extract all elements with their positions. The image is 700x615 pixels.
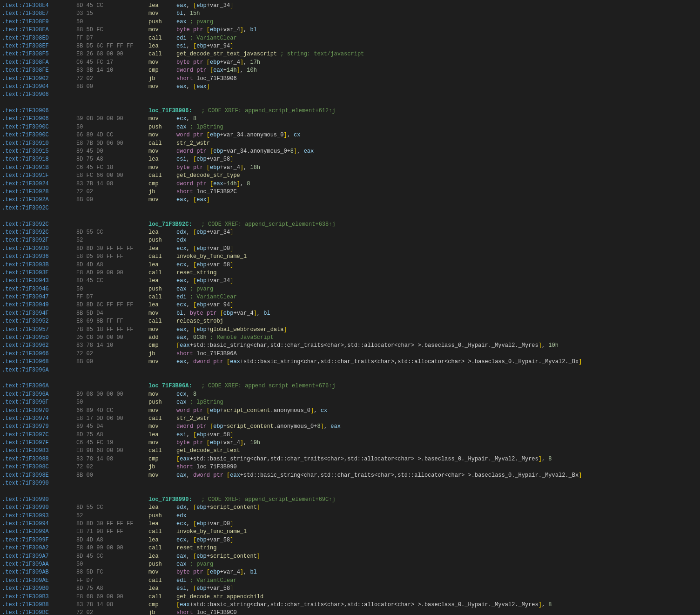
disasm-line[interactable]: .text:71F3098883 78 14 08cmp[eax+std::ba… [0,455,700,463]
disasm-line[interactable]: .text:71F3095DD5 C8 00 00 00addeax, 0C8h… [0,334,700,342]
disasm-line[interactable]: .text:71F308FE83 3B 14 10cmpdword ptr [e… [0,67,700,74]
disasm-line[interactable]: .text:71F309AEFF D7calledi ; VariantClea… [0,577,700,585]
disasm-line[interactable]: .text:71F308E950pusheax ; pvarg [0,18,700,26]
mnemonic: mov [148,439,176,447]
mnemonic: cmp [148,342,176,350]
disasm-line[interactable]: .text:71F3094650pusheax ; pvarg [0,285,700,293]
disasm-line[interactable]: .text:71F30947FF D7calledi ; VariantClea… [0,293,700,301]
disasm-line[interactable]: .text:71F30974E8 17 0D 06 00callstr_2_ws… [0,415,700,423]
disasm-line[interactable]: .text:71F308EDFF D7calledi ; VariantClea… [0,34,700,42]
mnemonic: mov [148,568,176,576]
disasm-line[interactable]: .text:71F3098E8B 00moveax, dword ptr [ea… [0,472,700,480]
disasm-line[interactable]: .text:71F309A78D 45 CCleaeax, [ebp+scrip… [0,553,700,561]
disasm-line[interactable]: .text:71F3099F8D 4D A8leaecx, [ebp+var_5… [0,536,700,544]
disasm-line[interactable]: .text:71F3097C8D 75 A8leaesi, [ebp+var_5… [0,431,700,439]
disasm-line[interactable]: .text:71F30906 [0,91,700,99]
disasm-line[interactable]: .text:71F3098C72 02jbshort loc_71F3B990 [0,463,700,471]
bytes: 8D 55 CC [76,504,148,512]
xref-comment: ; CODE XREF: append_script_element+69C↑j [202,496,336,504]
operands: eax, [ebp+script_content] [176,553,698,561]
disasm-line[interactable]: .text:71F3099AE8 71 98 FF FFcallinvoke_b… [0,528,700,536]
disasm-line[interactable]: .text:71F30983E8 98 68 00 00callget_deco… [0,447,700,455]
mnemonic: lea [148,229,176,237]
address: .text:71F309B0 [2,585,76,593]
disasm-line[interactable]: .text:71F309B08D 75 A8leaesi, [ebp+var_5… [0,585,700,593]
bytes: 8D 8D 6C FF FF FF [76,301,148,309]
address: .text:71F30924 [2,180,76,188]
bytes: 52 [76,237,148,244]
disasm-line[interactable]: .text:71F3096A [0,366,700,374]
disasm-line[interactable]: .text:71F308E48D 45 CCleaeax, [ebp+var_3… [0,2,700,10]
mnemonic: call [148,415,176,423]
mnemonic: call [148,544,176,552]
bytes: 8B 00 [76,358,148,366]
address: .text:71F308F5 [2,50,76,58]
label-name: loc_71F3B990: [148,496,192,504]
disasm-line[interactable]: .text:71F309AB88 5D FCmovbyte ptr [ebp+v… [0,568,700,576]
disasm-line[interactable]: .text:71F309BC72 02jbshort loc_71F3B9C0 [0,609,700,615]
bytes: E8 69 8B FF FF [76,318,148,325]
disasm-line[interactable]: .text:71F3092C [0,204,700,212]
disasm-line[interactable]: .text:71F3091BC6 45 FC 18movbyte ptr [eb… [0,164,700,172]
disasm-line[interactable]: .text:71F3092F52pushedx [0,237,700,244]
disasm-line[interactable]: .text:71F309577B 85 18 FF FF FFmoveax, [… [0,326,700,334]
disasm-line[interactable]: .text:71F3092C8D 55 CCleaedx, [ebp+var_3… [0,229,700,237]
operands: eax ; lpString [176,123,698,131]
disasm-line[interactable]: .text:71F309B883 78 14 08cmp[eax+std::ba… [0,601,700,609]
disasm-line[interactable]: .text:71F3092872 02jbshort loc_71F3B92C [0,188,700,196]
disasm-line[interactable]: .text:71F30936E8 D5 98 FF FFcallinvoke_b… [0,253,700,261]
operands: eax, [ebp+global_webbrowser_data] [176,326,698,334]
disasm-line[interactable]: .text:71F309908D 55 CCleaedx, [ebp+scrip… [0,504,700,512]
disasm-line[interactable]: .text:71F3091589 45 D0movdword ptr [ebp+… [0,148,700,155]
disasm-line[interactable]: .text:71F30910E8 7B 0D 06 00callstr_2_ws… [0,140,700,148]
disasm-line[interactable]: .text:71F308EF8B D5 6C FF FF FFleaesi, [… [0,42,700,50]
disasm-line[interactable]: .text:71F3099352pushedx [0,512,700,520]
disasm-line[interactable]: .text:71F3092A8B 00moveax, [eax] [0,196,700,204]
disasm-line[interactable]: .text:71F3094F8B 5D D4movbl, byte ptr [e… [0,310,700,318]
disasm-line[interactable]: .text:71F3096AB9 08 00 00 00movecx, 8 [0,391,700,399]
operands: release_strobj [176,318,698,325]
address: .text:71F30966 [2,350,76,358]
disasm-line[interactable]: .text:71F3097066 89 4D CCmovword ptr [eb… [0,407,700,415]
disasm-line[interactable]: .text:71F30990 [0,480,700,487]
disasm-line[interactable]: .text:71F3093EE8 AD 99 00 00callreset_st… [0,269,700,277]
disasm-line[interactable]: .text:71F30952E8 69 8B FF FFcallrelease_… [0,318,700,325]
address: .text:71F30910 [2,140,76,148]
disasm-line[interactable]: .text:71F308E7D3 15movbl, 15h [0,10,700,18]
operands: short loc_71F3B9C0 [176,609,698,615]
disasm-line[interactable]: .text:71F3091FE8 FC 66 00 00callget_deco… [0,172,700,180]
mnemonic: mov [148,115,176,123]
disasm-line[interactable]: .text:71F30906B9 08 00 00 00movecx, 8 [0,115,700,123]
disasm-line[interactable]: .text:71F308F5E8 26 68 00 00callget_deco… [0,50,700,58]
disasm-line[interactable]: .text:71F309308D 8D 30 FF FF FFleaecx, [… [0,245,700,253]
address: .text:71F308FA [2,59,76,67]
disasm-line[interactable]: .text:71F309688B 00moveax, dword ptr [ea… [0,358,700,366]
disasm-line[interactable]: .text:71F3096283 78 14 10cmp[eax+std::ba… [0,342,700,350]
bytes: B9 08 00 00 00 [76,115,148,123]
disasm-line[interactable]: .text:71F309948D 8D 30 FF FF FFleaecx, [… [0,520,700,528]
disasm-line[interactable]: .text:71F3096F50pusheax ; lpString [0,399,700,406]
disasm-line[interactable]: .text:71F309438D 45 CCleaeax, [ebp+var_3… [0,277,700,285]
disasm-line[interactable]: .text:71F3096672 02jbshort loc_71F3B96A [0,350,700,358]
operands: dword ptr [eax+14h], 10h [176,67,698,74]
disasm-line[interactable]: .text:71F308FAC6 45 FC 17movbyte ptr [eb… [0,59,700,67]
address: .text:71F30918 [2,155,76,163]
disasm-line[interactable]: .text:71F3097989 45 D4movdword ptr [ebp+… [0,423,700,431]
disasm-line[interactable]: .text:71F3090C66 89 4D CCmovword ptr [eb… [0,131,700,139]
disasm-line[interactable]: .text:71F309188D 75 A8leaesi, [ebp+var_5… [0,155,700,163]
disasm-line[interactable]: .text:71F3092483 7B 14 08cmpdword ptr [e… [0,180,700,188]
disasm-line[interactable]: .text:71F3093B8D 4D A8leaecx, [ebp+var_5… [0,261,700,269]
empty-line [0,374,700,382]
address: .text:71F3097F [2,439,76,447]
disasm-line[interactable]: .text:71F309A2E8 49 99 00 00callreset_st… [0,544,700,552]
bytes: 50 [76,561,148,568]
disasm-line[interactable]: .text:71F309498D 8D 6C FF FF FFleaecx, [… [0,301,700,309]
disasm-line[interactable]: .text:71F309AA50pusheax ; pvarg [0,561,700,568]
disasm-line[interactable]: .text:71F3097FC6 45 FC 19movbyte ptr [eb… [0,439,700,447]
disasm-line[interactable]: .text:71F308EA88 5D FCmovbyte ptr [ebp+v… [0,26,700,34]
disasm-line[interactable]: .text:71F309048B 00moveax, [eax] [0,83,700,91]
disasm-line[interactable]: .text:71F309B3E8 68 69 00 00callget_deco… [0,593,700,601]
disasm-line[interactable]: .text:71F3090C50pusheax ; lpString [0,123,700,131]
address: .text:71F308ED [2,34,76,42]
disasm-line[interactable]: .text:71F3090272 02jbshort loc_71F3B906 [0,75,700,83]
